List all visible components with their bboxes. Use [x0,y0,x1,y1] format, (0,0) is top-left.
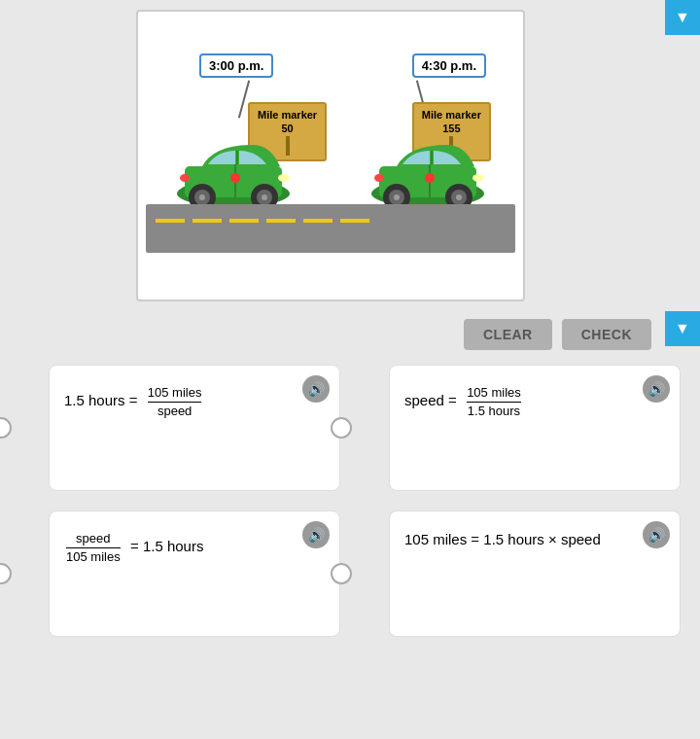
radio-d[interactable] [331,563,352,584]
audio-icon-c: 🔊 [308,527,325,543]
check-button[interactable]: CHECK [562,319,651,350]
time-bubble-right: 4:30 p.m. [412,53,486,78]
card-b[interactable]: 🔊 speed = 105 miles 1.5 hours [389,365,681,491]
car-right [360,137,496,214]
card-b-wrapper: 🔊 speed = 105 miles 1.5 hours [360,365,681,491]
svg-point-11 [180,174,190,182]
fraction-b: 105 miles 1.5 hours [467,385,521,418]
road-dash [192,219,222,223]
card-a-text: 1.5 hours = 105 miles speed [64,385,325,418]
chevron-down-icon-mid: ▼ [675,320,690,337]
svg-point-19 [394,194,400,200]
radio-b[interactable] [331,417,352,439]
action-buttons: CLEAR CHECK [464,319,651,350]
time-bubble-left: 3:00 p.m. [199,53,273,78]
card-d[interactable]: 🔊 105 miles = 1.5 hours × speed [389,510,681,637]
audio-button-d[interactable]: 🔊 [643,521,670,548]
road-dash [156,219,185,223]
collapse-button-top[interactable]: ▼ [665,0,700,35]
audio-icon-b: 🔊 [648,381,665,397]
radio-a[interactable] [0,417,12,439]
chevron-down-icon: ▼ [675,9,690,26]
svg-point-10 [278,174,290,182]
answer-cards-grid: 🔊 1.5 hours = 105 miles speed 🔊 speed = … [19,365,681,637]
road-dash [303,219,332,223]
card-c-wrapper: 🔊 speed 105 miles = 1.5 hours [19,510,340,637]
road-dash [266,219,296,223]
card-c[interactable]: 🔊 speed 105 miles = 1.5 hours [49,510,340,637]
audio-button-a[interactable]: 🔊 [302,375,330,403]
svg-point-23 [472,174,484,182]
card-a-wrapper: 🔊 1.5 hours = 105 miles speed [19,365,340,491]
fraction-a: 105 miles speed [148,385,202,418]
car-left [165,137,301,214]
radio-c[interactable] [0,563,12,584]
audio-button-c[interactable]: 🔊 [302,521,330,548]
audio-button-b[interactable]: 🔊 [643,375,670,403]
scene-content: 3:00 p.m. 4:30 p.m. Mile marker 50 Mile … [146,49,515,263]
svg-point-22 [456,194,462,200]
audio-icon-d: 🔊 [648,527,665,543]
svg-point-12 [230,173,240,183]
card-d-wrapper: 🔊 105 miles = 1.5 hours × speed [360,510,681,637]
card-c-text: speed 105 miles = 1.5 hours [64,531,325,564]
road-dashes [146,218,515,224]
svg-point-9 [262,194,267,200]
card-a[interactable]: 🔊 1.5 hours = 105 miles speed [49,365,340,491]
road-dash [229,219,259,223]
svg-point-6 [199,194,205,200]
svg-point-24 [374,174,384,182]
collapse-button-mid[interactable]: ▼ [665,311,700,346]
road-dash [340,219,369,223]
audio-icon-a: 🔊 [308,381,325,397]
svg-point-25 [425,173,435,183]
card-d-text: 105 miles = 1.5 hours × speed [404,531,665,547]
scene-image-panel: 3:00 p.m. 4:30 p.m. Mile marker 50 Mile … [136,10,525,301]
road [146,204,515,253]
clear-button[interactable]: CLEAR [464,319,552,350]
card-b-text: speed = 105 miles 1.5 hours [404,385,665,418]
fraction-c: speed 105 miles [66,531,121,564]
